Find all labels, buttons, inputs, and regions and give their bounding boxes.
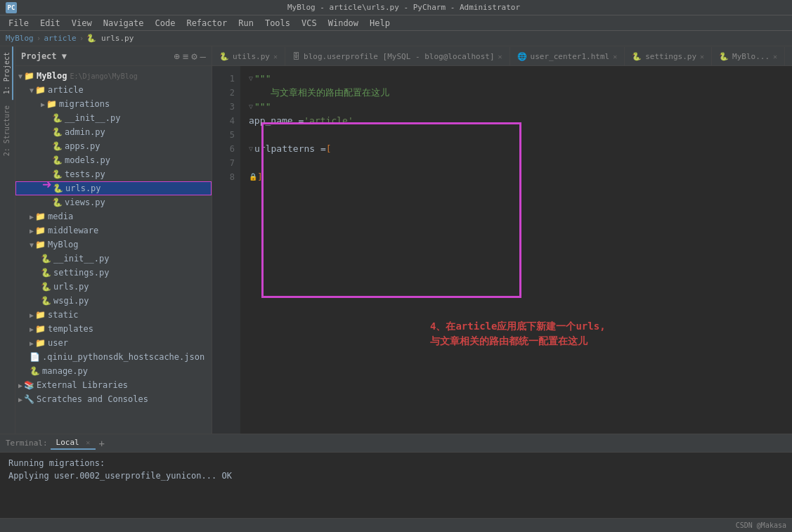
py-file-icon: 🐍 [52,155,63,165]
tab-usercenter[interactable]: 🌐 user_center1.html ✕ [510,47,625,65]
expand-arrow: ▼ [18,72,22,80]
expand-arrow: ▼ [30,86,34,94]
tree-item-settings[interactable]: 🐍 settings.py [15,266,212,280]
tab-close-utils[interactable]: ✕ [273,53,278,60]
tree-item-scratches[interactable]: ▶ 🔧 Scratches and Consoles [15,392,212,406]
breadcrumb: MyBlog › article › 🐍 urls.py [0,31,792,46]
code-content: 'article' [304,114,353,128]
tab-utils[interactable]: 🐍 utils.py ✕ [212,47,285,65]
tree-label: templates [48,324,93,334]
expand-arrow: ▼ [30,241,34,249]
tab-close-local[interactable]: ✕ [86,439,90,446]
minimize-icon[interactable]: — [200,51,206,62]
tree-item-wsgi[interactable]: 🐍 wsgi.py [15,294,212,308]
code-line-1: ▽ """ [249,72,784,86]
tab-close-myblog[interactable]: ✕ [773,53,777,60]
tree-label: __init__.py [53,254,109,264]
tree-item-article[interactable]: ▼ 📁 article [15,83,212,97]
tree-item-views[interactable]: 🐍 views.py [15,195,212,209]
left-sidebar-tabs: 1: Project 2: Structure [0,46,15,434]
tree-item-migrations[interactable]: ▶ 📁 migrations [15,97,212,111]
folder-icon: 📁 [35,85,46,95]
sidebar-tab-project[interactable]: 1: Project [1,46,13,100]
status-text: CSDN @Makasa [736,521,786,529]
locate-icon[interactable]: ⊕ [174,51,179,62]
tab-settings[interactable]: 🐍 settings.py ✕ [625,47,712,65]
tree-item-ext-libs[interactable]: ▶ 📚 External Libraries [15,378,212,392]
menu-item-vcs[interactable]: VCS [296,15,323,31]
tree-item-myblog-root[interactable]: ▼ 📁 MyBlog E:\Django\MyBlog [15,69,212,83]
tree-item-qiniu[interactable]: 📄 .qiniu_pythonsdk_hostscache.json [15,350,212,364]
tree-item-models[interactable]: 🐍 models.py [15,153,212,167]
menu-item-run[interactable]: Run [233,15,259,31]
tree-item-user[interactable]: ▶ 📁 user [15,336,212,350]
tree-item-apps[interactable]: 🐍 apps.py [15,139,212,153]
py-file-icon: 🐍 [41,254,51,264]
py-file-icon: 🐍 [52,197,63,207]
expand-arrow: ▶ [30,339,34,347]
tree-label: manage.py [42,366,88,376]
tree-item-templates[interactable]: ▶ 📁 templates [15,322,212,336]
tree-item-admin[interactable]: 🐍 admin.py [15,125,212,139]
settings-icon[interactable]: ⚙ [191,51,197,62]
tree-label: migrations [59,99,110,109]
menu-item-file[interactable]: File [3,15,34,31]
tree-label: urls.py [65,183,101,193]
tab-myblog[interactable]: 🐍 MyBlo... ✕ [712,47,785,65]
tree-item-media[interactable]: ▶ 📁 media [15,209,212,223]
py-file-icon: 🐍 [41,282,51,292]
project-panel-header: Project ▼ ⊕ ≡ ⚙ — [15,46,212,66]
tab-label: settings.py [645,52,696,61]
line-numbers: 1 2 3 4 5 6 7 8 [212,66,240,434]
tab-userprofile[interactable]: 🗄 blog.userprofile [MySQL - blog@localho… [285,47,510,65]
code-content: """ [254,100,271,114]
collapse-icon[interactable]: ≡ [183,51,188,62]
tree-item-tests[interactable]: 🐍 tests.py [15,167,212,181]
tree-label: static [48,310,78,320]
menu-item-tools[interactable]: Tools [259,15,296,31]
tab-close-usercenter[interactable]: ✕ [613,53,617,60]
tree-item-middleware[interactable]: ▶ 📁 middleware [15,223,212,238]
bottom-tabs: Terminal: Local ✕ + [0,434,792,453]
lib-icon: 📚 [24,380,34,390]
tab-label: utils.py [233,52,270,61]
editor-content[interactable]: 1 2 3 4 5 6 7 8 ▽ """ 与文章相关的路由配置在这儿 ▽ [212,66,792,434]
menu-item-window[interactable]: Window [323,15,364,31]
expand-arrow: ▶ [30,311,34,319]
code-line-7 [249,156,784,170]
breadcrumb-item-file: 🐍 urls.py [86,34,134,43]
tree-label: .qiniu_pythonsdk_hostscache.json [42,352,205,362]
tab-close-userprofile[interactable]: ✕ [498,53,502,60]
expand-arrow: ▶ [30,325,34,333]
tab-label: user_center1.html [531,52,610,61]
tree-label: __init__.py [65,113,120,123]
sidebar-tab-structure[interactable]: 2: Structure [1,100,13,162]
code-editor[interactable]: ▽ """ 与文章相关的路由配置在这儿 ▽ """ app_name = 'ar… [240,66,792,434]
menu-item-view[interactable]: View [66,15,98,31]
menu-item-refactor[interactable]: Refactor [181,15,233,31]
tab-close-settings[interactable]: ✕ [700,53,704,60]
folder-icon: 📁 [35,212,46,221]
breadcrumb-item-myblog[interactable]: MyBlog [6,34,34,43]
menu-item-navigate[interactable]: Navigate [98,15,150,31]
code-line-6: ▽ urlpatterns = [ [249,142,784,156]
menu-item-edit[interactable]: Edit [34,15,66,31]
pc-logo: PC [6,2,17,13]
breadcrumb-item-article[interactable]: article [44,34,76,43]
menu-item-code[interactable]: Code [150,15,181,31]
tree-item-urls2[interactable]: 🐍 urls.py [15,280,212,294]
expand-arrow: ▶ [41,100,45,108]
terminal-tab-local[interactable]: Local ✕ [51,436,96,450]
tree-item-init1[interactable]: 🐍 __init__.py [15,111,212,125]
tree-item-myblog-inner[interactable]: ▼ 📁 MyBlog [15,238,212,252]
tree-item-urls[interactable]: 🐍 urls.py [15,181,212,195]
tree-item-init2[interactable]: 🐍 __init__.py [15,252,212,266]
tree-label: MyBlog [37,71,67,81]
tree-item-static[interactable]: ▶ 📁 static [15,308,212,322]
menu-item-help[interactable]: Help [364,15,396,31]
lock-icon: 🔒 [249,170,257,184]
tree-item-manage[interactable]: 🐍 manage.py [15,364,212,378]
tree-label: tests.py [65,169,105,179]
py-file-icon: 🐍 [53,183,63,193]
add-terminal-button[interactable]: + [98,438,104,449]
